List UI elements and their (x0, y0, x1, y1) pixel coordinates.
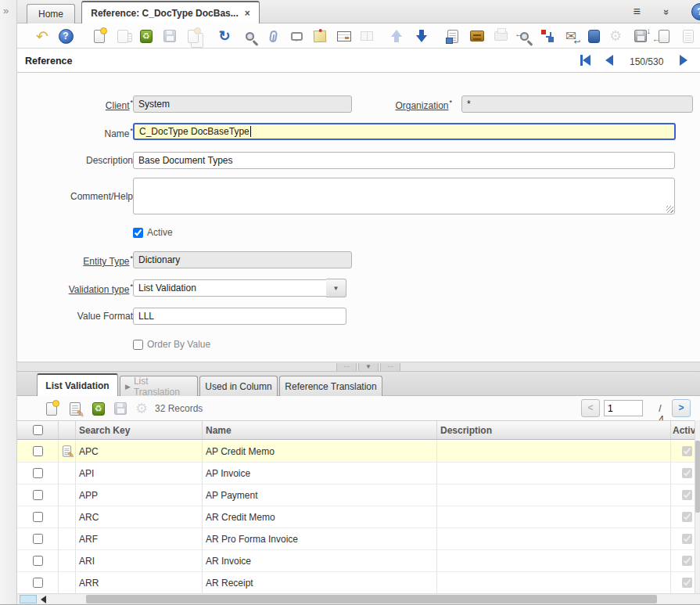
pane-splitter[interactable]: ··· ▼ ··· (17, 362, 700, 372)
tab-reference-window[interactable]: Reference: C_DocType DocBas... × (81, 1, 260, 23)
col-name[interactable]: Name (203, 421, 437, 439)
zoom-across-icon[interactable]: ← (514, 25, 534, 47)
select-all-cell (17, 421, 59, 439)
name-field[interactable]: C_DocType DocBaseType (133, 123, 676, 140)
cell-description (437, 441, 671, 462)
cell-active-checkbox (682, 468, 692, 478)
table-row[interactable]: API AP Invoice D (17, 463, 695, 484)
col-search-key[interactable]: Search Key (76, 421, 203, 439)
cell-name: AP Payment (203, 484, 437, 506)
row-select-checkbox[interactable] (33, 468, 43, 478)
save-icon (160, 25, 180, 47)
tab-reference-translation[interactable]: Reference Translation (279, 376, 382, 396)
table-row[interactable]: ARF AR Pro Forma Invoice D (17, 528, 695, 550)
requests-icon[interactable]: ✉ (561, 25, 581, 47)
organization-label[interactable]: Organization* (336, 99, 452, 111)
value-format-field[interactable]: LLL (133, 308, 346, 325)
chat-icon[interactable] (286, 25, 307, 47)
tab-home[interactable]: Home (27, 4, 75, 23)
collapse-header-icon[interactable]: » (661, 9, 673, 14)
cell-search-key: ARF (76, 528, 203, 549)
detail-delete-record-icon[interactable]: ♻ (88, 398, 109, 419)
description-label: Description (17, 155, 133, 166)
new-record-icon[interactable] (89, 25, 109, 47)
toggle-grid-icon[interactable] (334, 25, 354, 47)
next-record-button[interactable] (680, 55, 687, 66)
detail-toolbar: ♻ ⚙ 32 Records < / 4 > (17, 396, 700, 420)
splitter-collapse-button[interactable]: ▼ (358, 363, 379, 371)
table-vertical-scrollbar[interactable] (695, 420, 700, 593)
row-select-checkbox[interactable] (33, 534, 43, 544)
table-horizontal-scrollbar[interactable] (17, 593, 700, 604)
application-window: » Home Reference: C_DocType DocBas... × … (0, 0, 700, 605)
refresh-icon[interactable]: ↻ (214, 25, 235, 47)
validation-type-dropdown-button[interactable]: ▼ (326, 279, 346, 297)
table-row[interactable]: ARI AR Invoice D (17, 550, 695, 572)
cell-active-checkbox (682, 534, 692, 544)
next-page-button[interactable]: > (672, 399, 691, 417)
detail-record-icon[interactable] (411, 25, 432, 47)
active-checkbox[interactable] (133, 228, 143, 238)
help-icon[interactable]: ? (56, 25, 76, 47)
edit-row-icon[interactable] (63, 445, 71, 456)
page-number-input[interactable] (604, 400, 643, 416)
archive-icon[interactable] (467, 25, 487, 47)
comment-help-field[interactable] (133, 178, 675, 214)
splitter-grip-left[interactable]: ··· (336, 363, 357, 371)
cell-name: AR Invoice (203, 550, 437, 571)
workflow-icon[interactable] (537, 25, 558, 47)
row-select-checkbox[interactable] (33, 512, 43, 522)
expand-sidebar-icon[interactable]: » (3, 5, 9, 16)
client-label[interactable]: Client* (17, 99, 133, 111)
col-active[interactable]: Active (671, 421, 695, 439)
product-info-icon[interactable] (583, 25, 604, 47)
validation-type-label[interactable]: Validation type* (17, 283, 133, 295)
close-tab-icon[interactable]: × (245, 8, 250, 19)
first-record-button[interactable] (580, 55, 591, 66)
delete-record-icon[interactable]: ♻ (136, 25, 156, 47)
row-select-checkbox[interactable] (33, 446, 43, 456)
frozen-column-corner (20, 595, 37, 603)
menu-hamburger-icon[interactable]: ≡ (633, 5, 640, 19)
record-count: 32 Records (155, 403, 203, 414)
table-row[interactable]: ARR AR Receipt D (17, 572, 695, 593)
row-select-checkbox[interactable] (33, 556, 43, 566)
undo-icon[interactable]: ↶ (32, 25, 52, 47)
cell-active-checkbox (682, 578, 692, 588)
horizontal-scroll-thumb[interactable] (86, 595, 657, 603)
table-row[interactable]: ARC AR Credit Memo D (17, 506, 695, 528)
col-description[interactable]: Description (437, 421, 671, 439)
list-validation-table: Search Key Name Description Active En AP… (17, 420, 695, 593)
detail-new-record-icon[interactable] (41, 398, 62, 419)
window-tabbar: Home Reference: C_DocType DocBas... × ≡ … (17, 0, 700, 23)
find-icon[interactable] (239, 25, 260, 47)
order-by-value-checkbox[interactable] (133, 340, 143, 350)
export-icon[interactable]: ↓ (630, 25, 651, 47)
report-icon[interactable] (443, 25, 463, 47)
help-corner-icon[interactable]: ? (691, 3, 700, 20)
splitter-grip-right[interactable]: ··· (380, 363, 400, 371)
note-icon[interactable] (310, 25, 330, 47)
row-select-checkbox[interactable] (33, 578, 43, 588)
table-row[interactable]: APP AP Payment D (17, 484, 695, 506)
vertical-scroll-thumb[interactable] (695, 441, 700, 513)
detail-edit-record-icon[interactable] (65, 398, 85, 419)
table-header: Search Key Name Description Active En (17, 420, 695, 440)
cell-name: AR Receipt (203, 572, 437, 593)
tab-reference-label: Reference: C_DocType DocBas... (91, 8, 239, 19)
order-by-value-row: Order By Value (133, 339, 210, 350)
description-field[interactable]: Base Document Types (133, 152, 675, 169)
tab-used-in-column[interactable]: Used in Column (199, 376, 278, 396)
scroll-left-arrow-icon[interactable] (41, 596, 46, 603)
entity-type-label[interactable]: Entity Type* (17, 254, 133, 267)
tab-list-validation[interactable]: List Validation (37, 373, 118, 396)
select-all-checkbox[interactable] (33, 425, 43, 435)
attachment-icon[interactable] (263, 25, 283, 47)
table-row[interactable]: APC AP Credit Memo D (17, 441, 695, 463)
previous-record-button[interactable] (605, 55, 613, 66)
row-select-checkbox[interactable] (33, 490, 43, 500)
validation-type-field[interactable]: List Validation (133, 279, 327, 297)
resize-handle-icon[interactable] (666, 206, 673, 213)
cell-description (437, 528, 671, 549)
file-import-icon[interactable]: ← (654, 25, 674, 47)
